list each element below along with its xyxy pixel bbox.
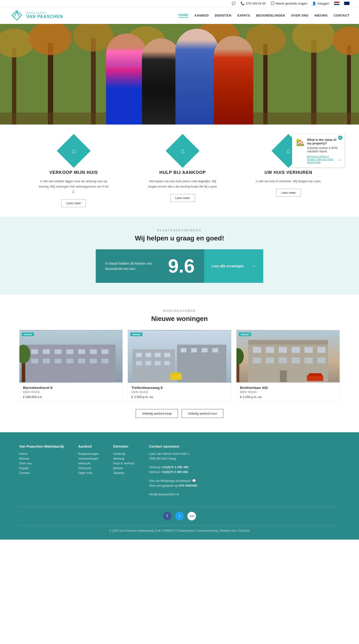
service-sell-button[interactable]: Lees meer — [61, 199, 86, 207]
uk-flag-icon — [344, 2, 350, 5]
footer-email-link[interactable]: info@vanpaaschen.nl — [149, 492, 197, 496]
svg-rect-50 — [191, 348, 197, 352]
property-badge-1: nieuw! — [22, 332, 34, 336]
footer-link-taxaties[interactable]: Taxaties — [113, 471, 135, 475]
service-rent-button[interactable]: Lees meer — [276, 189, 301, 196]
property-card-3[interactable]: nieuw! Breitnerlaan 442 DEN HAAG € 2.250… — [236, 330, 340, 402]
twitter-icon[interactable]: t — [175, 512, 184, 520]
footer-link-koopwoningen[interactable]: Koopwoningen — [78, 452, 99, 456]
reviews-score-inner: In totaal hebben 38 klanten ons beoordee… — [105, 256, 195, 276]
service-rent-title: UW HUIS VERHUREN — [265, 170, 312, 175]
nav-home[interactable]: HOME — [179, 13, 188, 18]
flag-uk[interactable] — [344, 2, 350, 5]
nav-contact[interactable]: CONTACT — [334, 14, 350, 17]
faq-link[interactable]: 💬 Meest gestelde vragen — [271, 2, 308, 5]
property-info-1: Barnsteenhorst 6 DEN HAAG € 349.000 k.k. — [19, 383, 122, 402]
nav-expats[interactable]: EXPATS — [237, 14, 250, 17]
popup-title: What is the value of my property? — [307, 138, 341, 145]
flag-nl[interactable] — [334, 2, 339, 5]
reviews-label: KLANTENERVARINGEN — [19, 229, 340, 232]
navbar: MAKELAARDIJ VAN PAASCHEN HOME AANBOD DIE… — [0, 7, 359, 24]
property-city-2: DEN HAAG — [131, 390, 227, 394]
property-image-3: nieuw! — [237, 330, 340, 383]
footer-link-verkocht[interactable]: Verkocht — [78, 462, 99, 465]
footer-link-beheer[interactable]: Beheer — [113, 466, 135, 470]
reviews-cta-arrow-icon: → — [251, 263, 256, 269]
footer-copyright: © 2025 Van Paaschen Makelaardij | KvK 27… — [109, 529, 250, 532]
footer-link-verhuurd[interactable]: Verhuurd — [78, 466, 99, 470]
full-koop-button[interactable]: Volledig aanbod koop — [136, 409, 178, 418]
footer-whatsapp-text: Ook via WhatsApp bereikbaar! 💬 — [149, 479, 197, 482]
service-buy-button[interactable]: Lees meer — [170, 194, 195, 202]
nav-aanbod[interactable]: AANBOD — [194, 14, 209, 17]
footer-col1-title: Van Paaschen Makelaardij — [19, 444, 64, 448]
nav-nieuws[interactable]: NIEUWS — [315, 14, 328, 17]
reviews-score-text: In totaal hebben 38 klanten ons beoordee… — [105, 261, 153, 272]
svg-rect-65 — [266, 358, 274, 364]
service-sell-icon: ⌂ — [57, 134, 90, 168]
reviews-number: 9.6 — [161, 256, 195, 276]
footer-link-home[interactable]: Home — [19, 452, 64, 456]
properties-section: WONINGAANBOD Nieuwe woningen — [0, 295, 359, 432]
login-link[interactable]: 👤 Inloggen — [312, 2, 329, 5]
service-sell: ⌂ VERKOOP MIJN HUIS U wilt niet wakker l… — [38, 139, 110, 207]
footer-link-openhuis[interactable]: Open huis — [78, 471, 99, 475]
nvm-icon[interactable]: NVM — [187, 512, 196, 520]
nav-links: HOME AANBOD DIENSTEN EXPATS BEOORDELINGE… — [179, 13, 350, 18]
property-image-2: nieuw! — [128, 330, 231, 383]
footer-link-aankoop[interactable]: Aankoop — [113, 452, 135, 456]
services-section: ⌂ VERKOOP MIJN HUIS U wilt niet wakker l… — [0, 124, 359, 217]
svg-rect-45 — [136, 361, 142, 366]
logo-big-text: VAN PAASCHEN — [26, 14, 63, 19]
reviews-section: KLANTENERVARINGEN Wij helpen u graag en … — [0, 217, 359, 295]
property-building-3-svg — [237, 330, 340, 383]
svg-rect-64 — [253, 358, 261, 364]
svg-rect-23 — [43, 350, 50, 354]
nav-overons[interactable]: OVER ONS — [291, 14, 309, 17]
svg-rect-33 — [78, 359, 85, 364]
footer-link-overons[interactable]: Over ons — [19, 462, 64, 465]
full-huur-button[interactable]: Volledig aanbod huur — [182, 409, 223, 418]
svg-rect-24 — [54, 350, 61, 354]
whatsapp-contact[interactable]: 💬 — [232, 2, 236, 5]
footer-link-expats[interactable]: Expats — [19, 466, 64, 470]
property-card-1[interactable]: nieuw! Barnsteenhorst 6 DEN HAAG € 349.0… — [19, 330, 123, 402]
svg-rect-43 — [155, 353, 161, 357]
reviews-box: In totaal hebben 38 klanten ons beoordee… — [96, 249, 263, 283]
svg-rect-54 — [172, 372, 180, 375]
properties-grid: nieuw! Barnsteenhorst 6 DEN HAAG € 349.0… — [19, 330, 340, 402]
logo[interactable]: MAKELAARDIJ VAN PAASCHEN — [9, 9, 63, 21]
property-info-2: Treilerdwarsweg 8 DEN HAAG € 2.500 p.m. … — [128, 383, 231, 402]
footer-link-huurverhuur[interactable]: Huur & Verhuur — [113, 462, 135, 465]
footer-link-nieuws[interactable]: Nieuws — [19, 457, 64, 460]
hero-section: VAN PAASCHEN MAKELAARDIJ De makelaar die… — [0, 24, 359, 124]
svg-rect-46 — [145, 361, 151, 366]
popup-link[interactable]: Buying or selling a house? View our othe… — [307, 155, 341, 164]
svg-rect-69 — [317, 358, 326, 364]
property-badge-3: nieuw! — [239, 332, 251, 336]
nav-diensten[interactable]: DIENSTEN — [215, 14, 231, 17]
popup-description: Instantly receive a NVM valuation report… — [307, 146, 341, 153]
facebook-icon[interactable]: f — [163, 512, 172, 520]
popup-close-button[interactable]: ✕ — [338, 136, 343, 140]
reviews-score-panel: In totaal hebben 38 klanten ons beoordee… — [96, 249, 204, 283]
faq-text: Meest gestelde vragen — [276, 2, 308, 5]
property-card-2[interactable]: nieuw! Treilerdwarsweg 8 DEN HAAG € 2.50… — [128, 330, 231, 402]
reviews-cta-button[interactable]: Lees alle ervaringen → — [204, 249, 263, 283]
footer-link-verkoop[interactable]: Verkoop — [113, 457, 135, 460]
svg-rect-70 — [280, 370, 287, 382]
footer-link-huurwoningen[interactable]: Huurwoningen — [78, 457, 99, 460]
footer-link-contact[interactable]: Contact — [19, 471, 64, 475]
property-price-3: € 2.250 p.m. ex. — [240, 395, 336, 399]
service-buy-icon: ⌂ — [166, 134, 199, 168]
popup-link-arrow: → — [338, 158, 341, 161]
nvm-text: NVM — [189, 515, 194, 517]
property-price-1: € 349.000 k.k. — [23, 395, 119, 399]
footer-col-contact: Contact opnemen Laan van Nieuw Oost-Indi… — [149, 444, 197, 497]
nav-beoordelingen[interactable]: BEOORDELINGEN — [256, 14, 285, 17]
phone-contact[interactable]: 📞 070 349 54 95 — [241, 2, 266, 5]
footer-whatsapp-label: Ook via WhatsApp bereikbaar! — [149, 479, 191, 482]
popup-content: 🏡 What is the value of my property? Inst… — [296, 138, 341, 164]
svg-rect-35 — [101, 359, 108, 364]
service-buy-title: HULP BIJ AANKOOP — [159, 170, 206, 175]
